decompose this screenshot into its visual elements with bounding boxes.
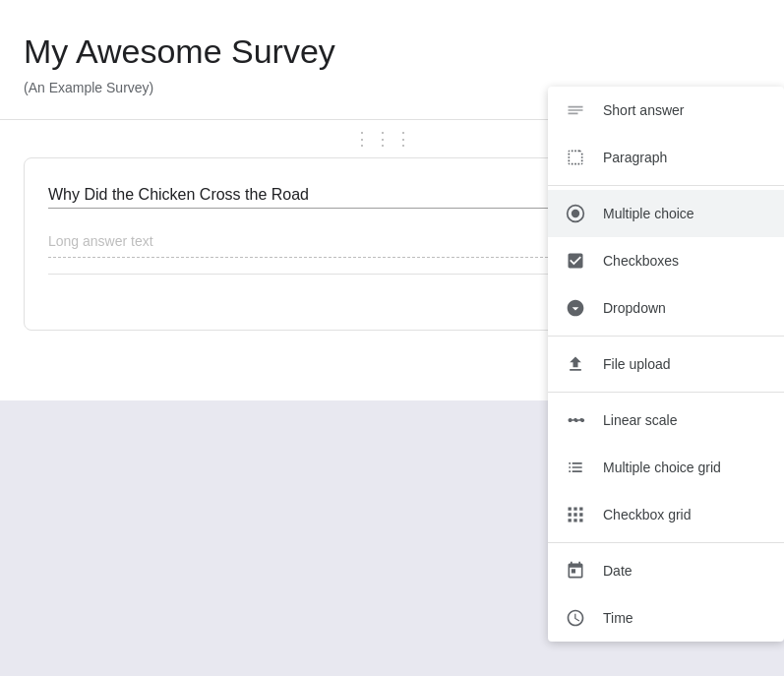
dropdown-icon — [564, 296, 587, 320]
menu-item-dropdown[interactable]: Dropdown — [548, 284, 784, 332]
survey-title: My Awesome Survey — [24, 31, 745, 72]
checkboxes-label: Checkboxes — [603, 253, 679, 269]
menu-item-short-answer[interactable]: Short answer — [548, 87, 784, 134]
date-label: Date — [603, 563, 633, 579]
multiple-choice-label: Multiple choice — [603, 206, 694, 221]
checkbox-grid-label: Checkbox grid — [603, 507, 692, 522]
divider-2 — [548, 336, 784, 337]
multiple-choice-grid-label: Multiple choice grid — [603, 460, 721, 475]
menu-item-multiple-choice[interactable]: Multiple choice — [548, 190, 784, 237]
multiple-choice-icon — [564, 202, 587, 225]
short-answer-label: Short answer — [603, 102, 684, 118]
svg-point-1 — [572, 210, 579, 217]
linear-scale-icon — [564, 408, 587, 432]
dropdown-label: Dropdown — [603, 300, 666, 316]
menu-item-date[interactable]: Date — [548, 547, 784, 594]
file-upload-icon — [564, 352, 587, 376]
divider-4 — [548, 542, 784, 543]
dropdown-menu: Short answer Paragraph Multiple choice C… — [548, 87, 784, 642]
multiple-choice-grid-icon — [564, 456, 587, 479]
menu-item-checkbox-grid[interactable]: Checkbox grid — [548, 491, 784, 538]
menu-item-multiple-choice-grid[interactable]: Multiple choice grid — [548, 444, 784, 491]
menu-item-checkboxes[interactable]: Checkboxes — [548, 237, 784, 284]
paragraph-label: Paragraph — [603, 150, 667, 165]
menu-item-linear-scale[interactable]: Linear scale — [548, 397, 784, 444]
paragraph-icon — [564, 146, 587, 169]
checkboxes-icon — [564, 249, 587, 273]
divider-3 — [548, 392, 784, 393]
date-icon — [564, 559, 587, 583]
menu-item-time[interactable]: Time — [548, 594, 784, 642]
time-label: Time — [603, 610, 633, 626]
menu-item-paragraph[interactable]: Paragraph — [548, 134, 784, 181]
file-upload-label: File upload — [603, 356, 671, 372]
short-answer-icon — [564, 98, 587, 122]
time-icon — [564, 606, 587, 630]
divider-1 — [548, 185, 784, 186]
linear-scale-label: Linear scale — [603, 412, 678, 428]
checkbox-grid-icon — [564, 503, 587, 526]
menu-item-file-upload[interactable]: File upload — [548, 340, 784, 388]
